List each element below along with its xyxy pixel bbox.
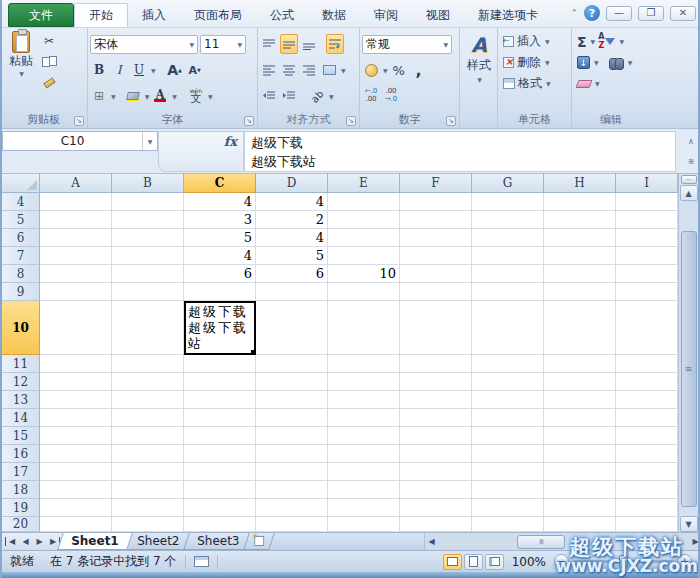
tab-review[interactable]: 审阅	[360, 3, 412, 27]
insert-worksheet-button[interactable]	[243, 533, 275, 550]
column-header-B[interactable]: B	[112, 174, 184, 193]
font-name-combo[interactable]: 宋体 ▼	[90, 35, 198, 54]
clipboard-dialog-launcher[interactable]: ↘	[74, 116, 84, 126]
cell-H6[interactable]	[544, 229, 616, 247]
wrap-text-button[interactable]	[326, 34, 344, 54]
page-break-view-button[interactable]	[485, 554, 504, 570]
cell-G20[interactable]	[472, 517, 544, 532]
cell-C17[interactable]	[184, 463, 256, 481]
cell-D18[interactable]	[256, 481, 328, 499]
align-middle-button[interactable]	[280, 34, 298, 54]
cell-A13[interactable]	[40, 391, 112, 409]
row-header-13[interactable]: 13	[2, 391, 40, 409]
cell-F4[interactable]	[400, 193, 472, 211]
cell-F20[interactable]	[400, 517, 472, 532]
normal-view-button[interactable]	[443, 554, 462, 570]
cell-F16[interactable]	[400, 445, 472, 463]
shrink-font-button[interactable]: A▼	[186, 60, 204, 80]
cell-F7[interactable]	[400, 247, 472, 265]
hscroll-left-icon[interactable]: ◀	[425, 537, 438, 546]
cell-A6[interactable]	[40, 229, 112, 247]
page-layout-view-button[interactable]	[464, 554, 483, 570]
cell-E8[interactable]: 10	[328, 265, 400, 283]
cell-C12[interactable]	[184, 373, 256, 391]
clear-button[interactable]	[576, 80, 593, 88]
cell-C10[interactable]: 超级下载超级下载站	[184, 301, 256, 355]
cell-F18[interactable]	[400, 481, 472, 499]
row-header-16[interactable]: 16	[2, 445, 40, 463]
cell-D19[interactable]	[256, 499, 328, 517]
cell-styles-button[interactable]: A 样式 ▼	[462, 31, 496, 83]
clear-dropdown-icon[interactable]: ▼	[595, 80, 600, 87]
font-color-button[interactable]: A	[151, 86, 169, 106]
restore-icon[interactable]: ❐	[638, 6, 664, 21]
cell-C5[interactable]: 3	[184, 211, 256, 229]
cell-E11[interactable]	[328, 355, 400, 373]
column-header-I[interactable]: I	[616, 174, 678, 193]
cell-C8[interactable]: 6	[184, 265, 256, 283]
merge-center-dropdown-icon[interactable]: ▼	[341, 67, 346, 74]
cell-I19[interactable]	[616, 499, 678, 517]
cell-I18[interactable]	[616, 481, 678, 499]
name-box-dropdown-icon[interactable]: ▼	[142, 132, 157, 150]
cell-A10[interactable]	[40, 301, 112, 355]
cell-H13[interactable]	[544, 391, 616, 409]
cell-G13[interactable]	[472, 391, 544, 409]
cell-I8[interactable]	[616, 265, 678, 283]
cell-I13[interactable]	[616, 391, 678, 409]
cell-D13[interactable]	[256, 391, 328, 409]
cell-G19[interactable]	[472, 499, 544, 517]
phonetic-dropdown-icon[interactable]: ▼	[208, 93, 213, 100]
find-dropdown-icon[interactable]: ▼	[628, 59, 633, 66]
row-header-15[interactable]: 15	[2, 427, 40, 445]
split-handle[interactable]: —	[681, 175, 697, 184]
cell-I4[interactable]	[616, 193, 678, 211]
name-box[interactable]: C10 ▼	[2, 131, 158, 151]
cell-E10[interactable]	[328, 301, 400, 355]
row-header-20[interactable]: 20	[2, 517, 40, 532]
cell-B10[interactable]	[112, 301, 184, 355]
close-icon[interactable]: ✕	[670, 6, 696, 21]
cell-G15[interactable]	[472, 427, 544, 445]
comma-style-button[interactable]: ,	[410, 60, 428, 80]
cell-C20[interactable]	[184, 517, 256, 532]
cell-E12[interactable]	[328, 373, 400, 391]
cell-A15[interactable]	[40, 427, 112, 445]
horizontal-scroll-thumb[interactable]	[517, 535, 565, 549]
cell-C13[interactable]	[184, 391, 256, 409]
cell-B20[interactable]	[112, 517, 184, 532]
cell-A7[interactable]	[40, 247, 112, 265]
tab-insert[interactable]: 插入	[128, 3, 180, 27]
cell-D8[interactable]: 6	[256, 265, 328, 283]
borders-dropdown-icon[interactable]: ▼	[111, 93, 116, 100]
cell-B18[interactable]	[112, 481, 184, 499]
vertical-scroll-thumb[interactable]	[681, 231, 697, 507]
cell-C16[interactable]	[184, 445, 256, 463]
align-left-button[interactable]	[260, 60, 278, 80]
cell-G4[interactable]	[472, 193, 544, 211]
cell-E13[interactable]	[328, 391, 400, 409]
cell-A5[interactable]	[40, 211, 112, 229]
cell-C11[interactable]	[184, 355, 256, 373]
borders-button[interactable]: ⊞	[90, 86, 108, 106]
cell-G18[interactable]	[472, 481, 544, 499]
cell-E6[interactable]	[328, 229, 400, 247]
phonetic-guide-button[interactable]: wén 文	[187, 86, 205, 106]
cell-I16[interactable]	[616, 445, 678, 463]
cell-D6[interactable]: 4	[256, 229, 328, 247]
cell-I14[interactable]	[616, 409, 678, 427]
cell-B9[interactable]	[112, 283, 184, 301]
align-center-button[interactable]	[280, 60, 298, 80]
align-right-button[interactable]	[300, 60, 318, 80]
row-header-11[interactable]: 11	[2, 355, 40, 373]
cell-F6[interactable]	[400, 229, 472, 247]
paste-dropdown-icon[interactable]: ▼	[19, 70, 24, 77]
font-color-dropdown-icon[interactable]: ▼	[172, 93, 177, 100]
cell-H18[interactable]	[544, 481, 616, 499]
cell-A20[interactable]	[40, 517, 112, 532]
row-header-19[interactable]: 19	[2, 499, 40, 517]
cell-H15[interactable]	[544, 427, 616, 445]
cell-A19[interactable]	[40, 499, 112, 517]
row-header-10[interactable]: 10	[2, 301, 40, 355]
font-size-combo[interactable]: 11 ▼	[200, 35, 246, 54]
